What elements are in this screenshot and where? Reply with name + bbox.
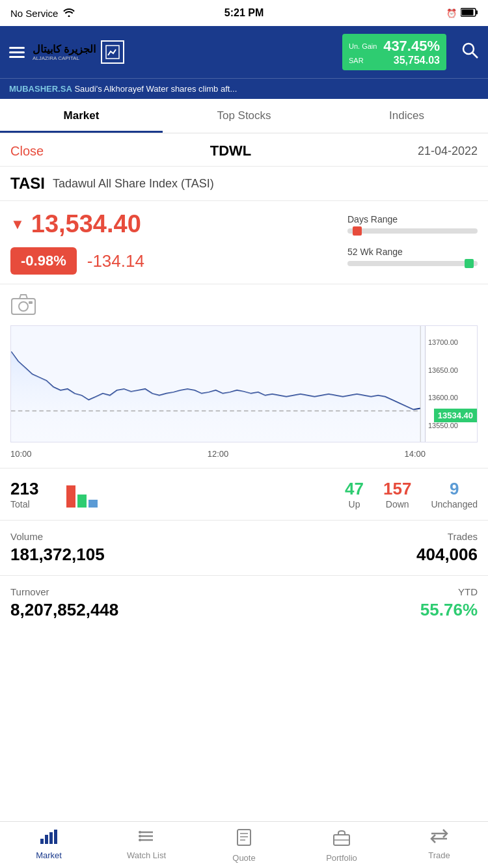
total-label: Total bbox=[10, 499, 56, 509]
battery-icon bbox=[461, 8, 478, 19]
news-ticker: MUBASHER.SA Saudi's Alkhorayef Water sha… bbox=[0, 78, 488, 99]
unchanged-label: Unchanged bbox=[431, 499, 478, 509]
wifi-icon bbox=[63, 8, 75, 19]
sar-label: SAR bbox=[349, 57, 364, 64]
turnover-label: Turnover bbox=[10, 586, 118, 597]
trades-block: Trades 404,006 bbox=[416, 531, 478, 565]
volume-label: Volume bbox=[10, 531, 105, 542]
logo: الجزيرة كابيتال ALJAZIRA CAPITAL bbox=[33, 40, 334, 64]
chart-area: 13700.00 13650.00 13600.00 13550.00 1353… bbox=[10, 325, 478, 442]
pct-change-badge: -0.98% bbox=[10, 247, 77, 275]
x-label-2: 14:00 bbox=[404, 449, 426, 459]
alarm-icon: ⏰ bbox=[446, 8, 457, 18]
logo-square bbox=[101, 40, 124, 64]
ytd-value: 55.76% bbox=[420, 600, 478, 620]
y-label-2: 13600.00 bbox=[428, 394, 474, 401]
down-label: Down bbox=[383, 499, 411, 509]
total-number: 213 bbox=[10, 479, 56, 499]
stat-down: 157 Down bbox=[383, 479, 411, 509]
stats-section: 213 Total 47 Up 157 Down 9 Unchanged bbox=[0, 468, 488, 521]
carrier-label: No Service bbox=[10, 8, 58, 19]
volume-block: Volume 181,372,105 bbox=[10, 531, 105, 565]
tab-bar: Market Top Stocks Indices bbox=[0, 99, 488, 133]
up-label: Up bbox=[345, 499, 364, 509]
svg-rect-6 bbox=[12, 299, 35, 314]
date-label: 21-04-2022 bbox=[418, 144, 478, 158]
stat-unchanged: 9 Unchanged bbox=[431, 479, 478, 509]
app-header: الجزيرة كابيتال ALJAZIRA CAPITAL Un. Gai… bbox=[0, 26, 488, 78]
exchange-label: TDWL bbox=[210, 142, 252, 159]
main-content: Close TDWL 21-04-2022 TASI Tadawul All S… bbox=[0, 133, 488, 683]
stat-total: 213 Total bbox=[10, 479, 56, 509]
chart-y-labels: 13700.00 13650.00 13600.00 13550.00 bbox=[425, 326, 477, 442]
price-value: 13,534.40 bbox=[31, 210, 141, 238]
days-range-indicator bbox=[353, 226, 362, 236]
y-label-1: 13650.00 bbox=[428, 366, 474, 374]
wk-range-indicator bbox=[465, 259, 474, 268]
y-label-0: 13700.00 bbox=[428, 338, 474, 346]
bar-down bbox=[77, 495, 87, 508]
svg-point-7 bbox=[19, 302, 28, 311]
days-range: Days Range bbox=[347, 214, 478, 234]
y-label-3: 13550.00 bbox=[428, 422, 474, 429]
down-arrow-icon: ▼ bbox=[10, 216, 25, 233]
index-ticker: TASI bbox=[10, 174, 45, 193]
svg-rect-8 bbox=[29, 301, 33, 304]
gain-box: Un. Gain 437.45% SAR 35,754.03 bbox=[342, 34, 446, 70]
logo-arabic: الجزيرة كابيتال bbox=[33, 43, 96, 55]
status-bar: No Service 5:21 PM ⏰ bbox=[0, 0, 488, 26]
search-button[interactable] bbox=[461, 41, 479, 63]
price-section: ▼ 13,534.40 -0.98% -134.14 Days Range 52… bbox=[0, 201, 488, 284]
down-number: 157 bbox=[383, 479, 411, 499]
wk-range-label: 52 Wk Range bbox=[347, 247, 478, 257]
trades-value: 404,006 bbox=[416, 545, 478, 565]
current-price-label: 13534.40 bbox=[434, 409, 477, 422]
news-text: Saudi's Alkhorayef Water shares climb af… bbox=[74, 84, 237, 94]
menu-button[interactable] bbox=[9, 47, 25, 58]
gain-label: Un. Gain bbox=[349, 42, 378, 50]
gain-value: 437.45% bbox=[383, 38, 440, 55]
turnover-section: Turnover 8,207,852,448 YTD 55.76% bbox=[0, 576, 488, 631]
ytd-block: YTD 55.76% bbox=[420, 586, 478, 620]
change-points: -134.14 bbox=[87, 251, 144, 271]
chart-camera-icon bbox=[10, 293, 478, 320]
svg-line-5 bbox=[472, 53, 478, 58]
x-label-0: 10:00 bbox=[10, 449, 32, 459]
x-label-1: 12:00 bbox=[208, 449, 229, 459]
svg-rect-1 bbox=[476, 10, 478, 14]
mini-bars bbox=[66, 481, 98, 508]
svg-point-4 bbox=[463, 44, 474, 54]
bar-unch bbox=[88, 500, 98, 508]
stat-up: 47 Up bbox=[345, 479, 364, 509]
days-range-bar bbox=[347, 228, 478, 234]
sar-value: 35,754.03 bbox=[394, 55, 440, 66]
unchanged-number: 9 bbox=[431, 479, 478, 499]
svg-rect-2 bbox=[462, 9, 474, 15]
tab-market[interactable]: Market bbox=[0, 99, 163, 133]
up-number: 47 bbox=[345, 479, 364, 499]
volume-section: Volume 181,372,105 Trades 404,006 bbox=[0, 521, 488, 576]
close-label: Close bbox=[10, 144, 44, 159]
index-name-row: TASI Tadawul All Share Index (TASI) bbox=[0, 167, 488, 201]
tab-indices[interactable]: Indices bbox=[325, 99, 488, 133]
trades-label: Trades bbox=[416, 531, 478, 542]
wk-range: 52 Wk Range bbox=[347, 247, 478, 266]
days-range-label: Days Range bbox=[347, 214, 478, 224]
news-source: MUBASHER.SA bbox=[9, 84, 72, 94]
tab-top-stocks[interactable]: Top Stocks bbox=[163, 99, 325, 133]
chart-section: 13700.00 13650.00 13600.00 13550.00 1353… bbox=[0, 284, 488, 468]
turnover-value: 8,207,852,448 bbox=[10, 600, 118, 620]
chart-x-labels: 10:00 12:00 14:00 bbox=[10, 446, 478, 459]
volume-value: 181,372,105 bbox=[10, 545, 105, 565]
wk-range-bar bbox=[347, 261, 478, 266]
index-fullname: Tadawul All Share Index (TASI) bbox=[53, 177, 214, 191]
stats-right: 47 Up 157 Down 9 Unchanged bbox=[108, 479, 478, 509]
ytd-label: YTD bbox=[420, 586, 478, 597]
logo-english: ALJAZIRA CAPITAL bbox=[33, 55, 96, 61]
time-label: 5:21 PM bbox=[224, 7, 264, 19]
bar-up bbox=[66, 485, 75, 508]
turnover-block: Turnover 8,207,852,448 bbox=[10, 586, 118, 620]
market-header-row: Close TDWL 21-04-2022 bbox=[0, 133, 488, 167]
